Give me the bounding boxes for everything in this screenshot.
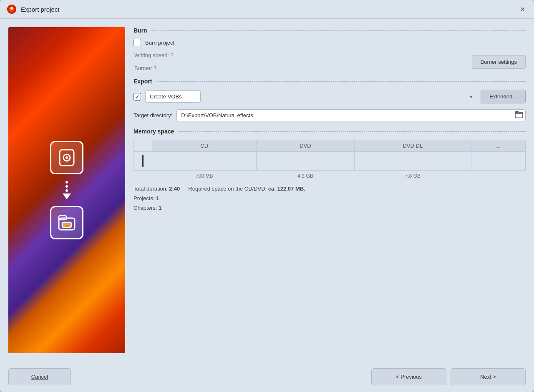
export-option-row: ✓ Create VOBs Create ISO Create DVD Fold… <box>134 90 526 103</box>
preview-overlay <box>50 141 83 239</box>
burn-project-checkbox[interactable] <box>134 39 141 46</box>
target-dir-label: Target directory: <box>134 112 172 118</box>
dvd-col-header: DVD <box>257 140 354 152</box>
memory-section-header: Memory space <box>134 128 526 135</box>
burn-section-header: Burn <box>134 27 526 34</box>
next-button[interactable]: Next > <box>451 368 526 385</box>
svg-rect-11 <box>515 112 523 118</box>
total-duration: Total duration: 2:40 <box>134 186 180 192</box>
arrow-dots <box>63 181 71 199</box>
cursor-bar-cell <box>134 152 152 171</box>
required-space: Required space on the CD/DVD: ca. 122,07… <box>188 186 526 192</box>
source-icon-box <box>50 141 83 174</box>
more-size-cell <box>471 171 525 182</box>
left-stats: Total duration: 2:40 Projects: 1 Chapter… <box>134 186 180 211</box>
settings-panel: Burn Burn project Writing speed: ? Burne… <box>134 27 526 353</box>
export-section: Export ✓ Create VOBs Create ISO Create D… <box>134 78 526 121</box>
export-section-header: Export <box>134 78 526 85</box>
checkmark-icon: ✓ <box>135 94 140 100</box>
cancel-button[interactable]: Cancel <box>8 368 71 385</box>
footer: Cancel < Previous Next > <box>0 362 534 392</box>
export-select[interactable]: Create VOBs Create ISO Create DVD Folder <box>145 90 201 103</box>
memory-table: CD DVD DVD DL ... <box>134 140 526 181</box>
burn-project-label: Burn project <box>145 40 174 46</box>
more-col-header: ... <box>471 140 525 152</box>
stats-area: Total duration: 2:40 Projects: 1 Chapter… <box>134 186 526 211</box>
size-empty-cell <box>134 171 152 182</box>
title-bar: Export project ✕ <box>0 0 534 19</box>
burner-settings-button[interactable]: Burner settings <box>472 55 526 69</box>
burn-info-col: Writing speed: ? Burner: ? <box>134 52 174 71</box>
export-select-wrapper: Create VOBs Create ISO Create DVD Folder <box>145 90 476 103</box>
cd-col-header: CD <box>152 140 257 152</box>
memory-table-header-row: CD DVD DVD DL ... <box>134 140 526 152</box>
memory-size-row: 700 MB 4,3 GB 7,8 GB <box>134 171 526 182</box>
nav-buttons: < Previous Next > <box>371 368 526 385</box>
dvd-dl-size-cell: 7,8 GB <box>354 171 471 182</box>
svg-point-5 <box>65 156 68 159</box>
target-dir-input[interactable] <box>176 109 526 121</box>
total-duration-label: Total duration: <box>134 186 168 192</box>
burn-section-line <box>151 30 526 31</box>
required-space-value: ca. 122,07 MB. <box>268 186 305 192</box>
dvd-size-cell: 4,3 GB <box>257 171 354 182</box>
svg-point-2 <box>10 7 13 10</box>
dvd-bar-cell <box>257 152 354 171</box>
burn-section: Burn Burn project Writing speed: ? Burne… <box>134 27 526 71</box>
preview-image <box>8 27 125 353</box>
target-input-wrapper <box>176 109 526 121</box>
chapters-value: 1 <box>159 205 161 211</box>
extended-button[interactable]: Extended... <box>481 90 526 103</box>
more-bar-cell <box>471 152 525 171</box>
export-title: Export <box>134 78 152 85</box>
target-icon-box <box>50 206 83 239</box>
projects-value: 1 <box>156 195 159 201</box>
browse-folder-button[interactable] <box>513 108 525 122</box>
svg-rect-10 <box>66 225 68 226</box>
total-duration-value: 2:40 <box>169 186 180 192</box>
preview-panel <box>8 27 125 353</box>
dialog-title: Export project <box>21 6 513 13</box>
export-section-line <box>156 81 526 82</box>
memory-section: Memory space CD DVD DVD DL ... <box>134 128 526 211</box>
chapters-label: Chapters: <box>134 205 157 211</box>
projects-label: Projects: <box>134 195 155 201</box>
burner-text: Burner: ? <box>134 65 174 71</box>
export-dialog: Export project ✕ <box>0 0 534 392</box>
burn-project-row: Burn project <box>134 39 526 46</box>
burn-title: Burn <box>134 27 147 34</box>
cd-bar-cell <box>152 152 257 171</box>
app-icon <box>7 4 17 14</box>
target-dir-row: Target directory: <box>134 109 526 121</box>
memory-bar-col-header <box>134 140 152 152</box>
writing-speed-text: Writing speed: ? <box>134 52 174 58</box>
memory-title: Memory space <box>134 128 174 135</box>
chapters-stat: Chapters: 1 <box>134 205 180 211</box>
export-checkbox[interactable]: ✓ <box>134 93 141 101</box>
main-content: Burn Burn project Writing speed: ? Burne… <box>0 19 534 362</box>
memory-section-line <box>178 131 526 132</box>
projects-stat: Projects: 1 <box>134 195 180 201</box>
dvd-dl-col-header: DVD DL <box>354 140 471 152</box>
cd-size-cell: 700 MB <box>152 171 257 182</box>
previous-button[interactable]: < Previous <box>371 368 446 385</box>
close-button[interactable]: ✕ <box>517 4 527 14</box>
dvd-dl-bar-cell <box>354 152 471 171</box>
burn-info-row: Writing speed: ? Burner: ? Burner settin… <box>134 52 526 71</box>
cursor-bar <box>142 155 144 167</box>
memory-table-bar-row <box>134 152 526 171</box>
required-space-label: Required space on the CD/DVD: <box>188 186 267 192</box>
